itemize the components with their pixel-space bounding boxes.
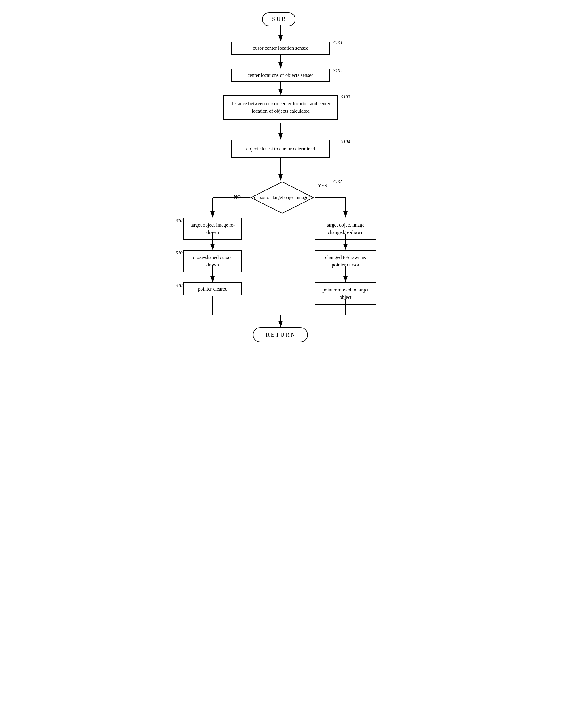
- return-label: R E T U R N: [253, 327, 308, 342]
- s101-box: cusor center location sensed: [231, 42, 330, 55]
- yes-label: YES: [318, 183, 327, 188]
- flowchart: S U B S101 cusor center location sensed …: [166, 6, 420, 346]
- s107-text: cross-shaped cursor drawn: [183, 250, 242, 272]
- s101-label: S101: [333, 40, 342, 46]
- s110-box: changed to/drawn as pointer cursor: [315, 250, 376, 272]
- s108-text: pointer cleared: [183, 283, 242, 295]
- s109-box: target object image changed/re-drawn: [315, 218, 376, 240]
- s103-box: distance between cursor center location …: [223, 95, 338, 120]
- s109-text: target object image changed/re-drawn: [315, 218, 376, 240]
- sub-terminal: S U B: [262, 12, 295, 26]
- s110-text: changed to/drawn as pointer cursor: [315, 250, 376, 272]
- s102-box: center locations of objects sensed: [231, 69, 330, 82]
- s104-box: object closest to cursor determined: [231, 139, 330, 158]
- s104-text: object closest to cursor determined: [231, 139, 330, 158]
- s102-label: S102: [333, 68, 342, 74]
- s102-text: center locations of objects sensed: [231, 69, 330, 82]
- s104-label: S104: [341, 139, 350, 145]
- s101-text: cusor center location sensed: [231, 42, 330, 55]
- s107-box: cross-shaped cursor drawn: [183, 250, 242, 272]
- return-terminal: R E T U R N: [253, 327, 308, 342]
- s106-box: target object image re-drawn: [183, 218, 242, 240]
- s105-label: S105: [333, 179, 342, 185]
- s111-text: pointer moved to target object: [315, 283, 376, 305]
- s111-box: pointer moved to target object: [315, 283, 376, 305]
- s106-text: target object image re-drawn: [183, 218, 242, 240]
- sub-label: S U B: [262, 12, 295, 26]
- s105-text: cursor on target object image?: [254, 194, 310, 201]
- s108-box: pointer cleared: [183, 283, 242, 295]
- no-label: NO: [234, 194, 241, 200]
- s105-diamond: cursor on target object image?: [250, 181, 315, 214]
- s103-label: S103: [341, 94, 350, 100]
- s103-text: distance between cursor center location …: [223, 95, 338, 120]
